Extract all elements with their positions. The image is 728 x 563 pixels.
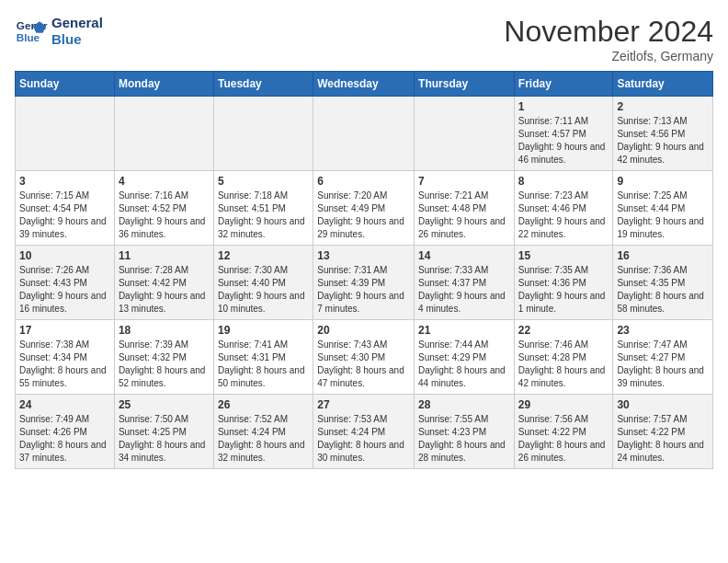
calendar-cell: 7Sunrise: 7:21 AMSunset: 4:48 PMDaylight… (415, 171, 515, 246)
calendar-week-1: 1Sunrise: 7:11 AMSunset: 4:57 PMDaylight… (16, 97, 713, 171)
calendar-cell (415, 97, 515, 171)
day-info: Sunrise: 7:38 AMSunset: 4:34 PMDaylight:… (19, 339, 110, 390)
day-info: Sunrise: 7:21 AMSunset: 4:48 PMDaylight:… (418, 190, 510, 241)
day-number: 19 (218, 324, 309, 337)
column-header-saturday: Saturday (613, 72, 713, 97)
calendar-cell: 29Sunrise: 7:56 AMSunset: 4:22 PMDayligh… (514, 395, 613, 469)
calendar-cell: 14Sunrise: 7:33 AMSunset: 4:37 PMDayligh… (415, 246, 515, 320)
calendar-cell: 17Sunrise: 7:38 AMSunset: 4:34 PMDayligh… (16, 320, 115, 395)
day-number: 15 (518, 249, 609, 262)
calendar-cell: 18Sunrise: 7:39 AMSunset: 4:32 PMDayligh… (114, 320, 213, 395)
day-number: 5 (218, 175, 309, 188)
calendar-cell: 20Sunrise: 7:43 AMSunset: 4:30 PMDayligh… (313, 320, 415, 395)
day-info: Sunrise: 7:15 AMSunset: 4:54 PMDaylight:… (19, 190, 110, 241)
day-info: Sunrise: 7:20 AMSunset: 4:49 PMDaylight:… (317, 190, 410, 241)
day-number: 23 (617, 324, 709, 337)
day-number: 9 (617, 175, 709, 188)
month-title: November 2024 (504, 15, 713, 49)
day-number: 16 (617, 249, 709, 262)
day-number: 27 (317, 398, 410, 411)
column-header-wednesday: Wednesday (313, 72, 415, 97)
day-number: 11 (119, 249, 210, 262)
calendar-cell: 25Sunrise: 7:50 AMSunset: 4:25 PMDayligh… (114, 395, 213, 469)
day-info: Sunrise: 7:55 AMSunset: 4:23 PMDaylight:… (418, 413, 510, 465)
day-number: 28 (418, 398, 510, 411)
logo-line1: General (51, 15, 103, 31)
day-info: Sunrise: 7:57 AMSunset: 4:22 PMDaylight:… (617, 413, 709, 465)
day-info: Sunrise: 7:43 AMSunset: 4:30 PMDaylight:… (317, 339, 410, 390)
calendar-week-5: 24Sunrise: 7:49 AMSunset: 4:26 PMDayligh… (16, 395, 713, 469)
calendar-week-3: 10Sunrise: 7:26 AMSunset: 4:43 PMDayligh… (16, 246, 713, 320)
calendar-cell: 3Sunrise: 7:15 AMSunset: 4:54 PMDaylight… (16, 171, 115, 246)
day-info: Sunrise: 7:25 AMSunset: 4:44 PMDaylight:… (617, 190, 709, 241)
calendar-cell: 12Sunrise: 7:30 AMSunset: 4:40 PMDayligh… (213, 246, 313, 320)
day-number: 3 (19, 175, 110, 188)
calendar-cell: 26Sunrise: 7:52 AMSunset: 4:24 PMDayligh… (213, 395, 313, 469)
day-number: 25 (119, 398, 210, 411)
day-info: Sunrise: 7:33 AMSunset: 4:37 PMDaylight:… (418, 264, 510, 316)
day-info: Sunrise: 7:53 AMSunset: 4:24 PMDaylight:… (317, 413, 410, 465)
day-number: 2 (617, 100, 709, 113)
logo-icon: General Blue (15, 15, 48, 48)
column-header-thursday: Thursday (415, 72, 515, 97)
calendar-cell: 28Sunrise: 7:55 AMSunset: 4:23 PMDayligh… (415, 395, 515, 469)
calendar-cell: 1Sunrise: 7:11 AMSunset: 4:57 PMDaylight… (514, 97, 613, 171)
calendar-cell: 21Sunrise: 7:44 AMSunset: 4:29 PMDayligh… (415, 320, 515, 395)
calendar-cell: 11Sunrise: 7:28 AMSunset: 4:42 PMDayligh… (114, 246, 213, 320)
calendar-cell (114, 97, 213, 171)
day-number: 20 (317, 324, 410, 337)
day-number: 17 (19, 324, 110, 337)
column-header-tuesday: Tuesday (213, 72, 313, 97)
day-number: 4 (119, 175, 210, 188)
calendar-cell (16, 97, 115, 171)
calendar-cell (313, 97, 415, 171)
day-number: 7 (418, 175, 510, 188)
calendar-cell: 6Sunrise: 7:20 AMSunset: 4:49 PMDaylight… (313, 171, 415, 246)
calendar-cell: 22Sunrise: 7:46 AMSunset: 4:28 PMDayligh… (514, 320, 613, 395)
day-info: Sunrise: 7:30 AMSunset: 4:40 PMDaylight:… (218, 264, 309, 316)
day-info: Sunrise: 7:47 AMSunset: 4:27 PMDaylight:… (617, 339, 709, 390)
calendar-cell: 2Sunrise: 7:13 AMSunset: 4:56 PMDaylight… (613, 97, 713, 171)
day-number: 22 (518, 324, 609, 337)
calendar-cell: 5Sunrise: 7:18 AMSunset: 4:51 PMDaylight… (213, 171, 313, 246)
column-header-monday: Monday (114, 72, 213, 97)
day-number: 30 (617, 398, 709, 411)
day-info: Sunrise: 7:23 AMSunset: 4:46 PMDaylight:… (518, 190, 609, 241)
calendar-body: 1Sunrise: 7:11 AMSunset: 4:57 PMDaylight… (16, 97, 713, 469)
day-info: Sunrise: 7:52 AMSunset: 4:24 PMDaylight:… (218, 413, 309, 465)
day-info: Sunrise: 7:31 AMSunset: 4:39 PMDaylight:… (317, 264, 410, 316)
day-number: 18 (119, 324, 210, 337)
day-number: 24 (19, 398, 110, 411)
title-area: November 2024 Zeitlofs, Germany (504, 15, 713, 63)
location: Zeitlofs, Germany (504, 49, 713, 63)
calendar-week-2: 3Sunrise: 7:15 AMSunset: 4:54 PMDaylight… (16, 171, 713, 246)
day-info: Sunrise: 7:28 AMSunset: 4:42 PMDaylight:… (119, 264, 210, 316)
day-number: 6 (317, 175, 410, 188)
day-info: Sunrise: 7:44 AMSunset: 4:29 PMDaylight:… (418, 339, 510, 390)
day-number: 26 (218, 398, 309, 411)
calendar-cell: 8Sunrise: 7:23 AMSunset: 4:46 PMDaylight… (514, 171, 613, 246)
day-number: 10 (19, 249, 110, 262)
header: General Blue General Blue November 2024 … (15, 15, 713, 63)
calendar-cell: 23Sunrise: 7:47 AMSunset: 4:27 PMDayligh… (613, 320, 713, 395)
day-number: 29 (518, 398, 609, 411)
day-info: Sunrise: 7:16 AMSunset: 4:52 PMDaylight:… (119, 190, 210, 241)
calendar-header-row: SundayMondayTuesdayWednesdayThursdayFrid… (16, 72, 713, 97)
calendar-cell: 13Sunrise: 7:31 AMSunset: 4:39 PMDayligh… (313, 246, 415, 320)
day-number: 14 (418, 249, 510, 262)
day-info: Sunrise: 7:49 AMSunset: 4:26 PMDaylight:… (19, 413, 110, 465)
day-info: Sunrise: 7:46 AMSunset: 4:28 PMDaylight:… (518, 339, 609, 390)
day-info: Sunrise: 7:36 AMSunset: 4:35 PMDaylight:… (617, 264, 709, 316)
day-info: Sunrise: 7:56 AMSunset: 4:22 PMDaylight:… (518, 413, 609, 465)
day-number: 13 (317, 249, 410, 262)
column-header-friday: Friday (514, 72, 613, 97)
logo: General Blue General Blue (15, 15, 103, 48)
calendar-cell (213, 97, 313, 171)
day-info: Sunrise: 7:18 AMSunset: 4:51 PMDaylight:… (218, 190, 309, 241)
day-info: Sunrise: 7:13 AMSunset: 4:56 PMDaylight:… (617, 115, 709, 167)
calendar-cell: 24Sunrise: 7:49 AMSunset: 4:26 PMDayligh… (16, 395, 115, 469)
column-header-sunday: Sunday (16, 72, 115, 97)
day-info: Sunrise: 7:26 AMSunset: 4:43 PMDaylight:… (19, 264, 110, 316)
day-number: 8 (518, 175, 609, 188)
day-info: Sunrise: 7:35 AMSunset: 4:36 PMDaylight:… (518, 264, 609, 316)
